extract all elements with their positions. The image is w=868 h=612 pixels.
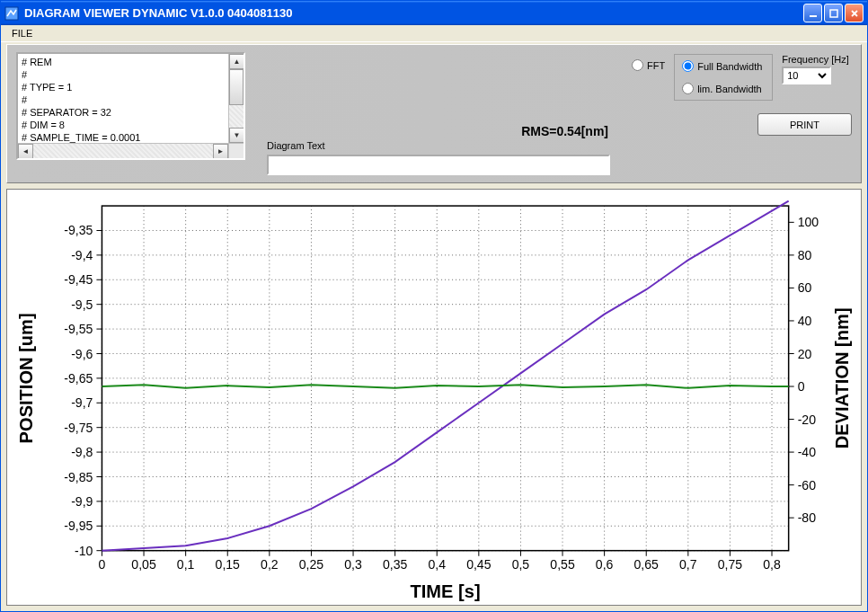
print-button[interactable]: PRINT xyxy=(757,113,852,136)
svg-text:0,8: 0,8 xyxy=(763,557,781,572)
close-button[interactable] xyxy=(845,4,864,22)
svg-text:0,05: 0,05 xyxy=(131,557,156,572)
svg-text:-9,6: -9,6 xyxy=(71,347,93,361)
svg-text:-9,45: -9,45 xyxy=(64,272,93,287)
diagram-text-label: Diagram Text xyxy=(267,140,610,151)
svg-rect-0 xyxy=(5,7,18,20)
maximize-button[interactable] xyxy=(824,4,843,22)
horizontal-scrollbar[interactable]: ◄ ► xyxy=(18,143,228,158)
resize-grip-icon xyxy=(228,143,244,158)
scroll-down-icon[interactable]: ▼ xyxy=(229,128,244,143)
svg-text:0,55: 0,55 xyxy=(550,557,575,572)
svg-text:0,7: 0,7 xyxy=(679,557,697,572)
svg-text:0,45: 0,45 xyxy=(466,557,492,572)
svg-text:-80: -80 xyxy=(798,510,816,525)
file-header-text: # REM # # TYPE = 1 # # SEPARATOR = 32 # … xyxy=(18,54,244,146)
svg-text:-9,8: -9,8 xyxy=(71,445,93,459)
svg-text:0: 0 xyxy=(798,379,805,394)
svg-rect-1 xyxy=(810,15,817,17)
svg-text:60: 60 xyxy=(798,280,812,295)
svg-text:-9,85: -9,85 xyxy=(64,470,93,484)
svg-rect-2 xyxy=(830,10,837,17)
window-title: DIAGRAM VIEWER DYNAMIC V1.0.0 0404081130 xyxy=(24,6,803,20)
svg-text:0,5: 0,5 xyxy=(512,557,530,572)
fft-label: FFT xyxy=(647,60,665,71)
scroll-up-icon[interactable]: ▲ xyxy=(229,54,244,69)
rms-readout: RMS=0.54[nm] xyxy=(521,124,608,138)
svg-text:-40: -40 xyxy=(798,445,816,459)
svg-text:0,25: 0,25 xyxy=(299,557,324,572)
svg-text:0,15: 0,15 xyxy=(216,557,241,572)
svg-text:-9,9: -9,9 xyxy=(71,494,93,509)
svg-text:-20: -20 xyxy=(798,412,816,427)
fft-radio[interactable] xyxy=(632,59,643,71)
app-icon xyxy=(4,6,19,21)
svg-text:-9,65: -9,65 xyxy=(64,371,93,386)
svg-text:80: 80 xyxy=(798,248,812,262)
svg-text:-9,4: -9,4 xyxy=(71,248,93,262)
svg-text:0,75: 0,75 xyxy=(718,557,743,572)
chart-panel: 00,050,10,150,20,250,30,350,40,450,50,55… xyxy=(6,189,862,606)
minimize-button[interactable] xyxy=(803,4,822,22)
svg-text:0,6: 0,6 xyxy=(596,557,614,572)
frequency-select[interactable]: 10 xyxy=(782,67,831,84)
file-header-listbox[interactable]: # REM # # TYPE = 1 # # SEPARATOR = 32 # … xyxy=(16,52,245,160)
menubar: FILE xyxy=(1,25,867,42)
diagram-text-input[interactable] xyxy=(267,155,610,175)
svg-text:DEVIATION [nm]: DEVIATION [nm] xyxy=(832,307,852,448)
titlebar: DIAGRAM VIEWER DYNAMIC V1.0.0 0404081130 xyxy=(1,1,867,25)
scroll-left-icon[interactable]: ◄ xyxy=(18,144,33,159)
svg-text:100: 100 xyxy=(798,215,819,229)
svg-text:-9,5: -9,5 xyxy=(71,297,93,312)
vertical-scrollbar[interactable]: ▲ ▼ xyxy=(228,54,244,143)
svg-text:-9,75: -9,75 xyxy=(64,421,93,435)
svg-text:-9,95: -9,95 xyxy=(64,519,93,533)
lim-bandwidth-label: lim. Bandwidth xyxy=(697,84,762,94)
bandwidth-group: Full Bandwidth lim. Bandwidth xyxy=(674,54,773,101)
svg-text:-9,35: -9,35 xyxy=(64,224,93,238)
svg-text:-10: -10 xyxy=(75,544,93,558)
svg-text:40: 40 xyxy=(798,314,812,328)
svg-text:0,65: 0,65 xyxy=(634,557,660,572)
svg-text:0,35: 0,35 xyxy=(383,557,408,572)
frequency-label: Frequency [Hz] xyxy=(782,54,849,65)
svg-text:0: 0 xyxy=(99,557,106,572)
svg-text:0,3: 0,3 xyxy=(344,557,362,572)
svg-text:20: 20 xyxy=(798,347,812,361)
control-panel: # REM # # TYPE = 1 # # SEPARATOR = 32 # … xyxy=(6,44,862,183)
svg-text:TIME [s]: TIME [s] xyxy=(411,581,481,601)
chart: 00,050,10,150,20,250,30,350,40,450,50,55… xyxy=(7,190,861,605)
lim-bandwidth-radio[interactable] xyxy=(682,83,694,94)
scroll-right-icon[interactable]: ► xyxy=(213,144,228,159)
full-bandwidth-label: Full Bandwidth xyxy=(697,61,762,72)
svg-text:0,4: 0,4 xyxy=(428,557,446,572)
svg-text:POSITION [um]: POSITION [um] xyxy=(16,313,36,443)
svg-text:-9,55: -9,55 xyxy=(64,322,93,336)
full-bandwidth-radio[interactable] xyxy=(682,60,694,72)
svg-text:-9,7: -9,7 xyxy=(71,395,93,410)
svg-text:0,2: 0,2 xyxy=(261,557,279,572)
svg-text:0,1: 0,1 xyxy=(177,557,195,572)
svg-text:-60: -60 xyxy=(798,478,816,492)
menu-file[interactable]: FILE xyxy=(4,26,40,40)
